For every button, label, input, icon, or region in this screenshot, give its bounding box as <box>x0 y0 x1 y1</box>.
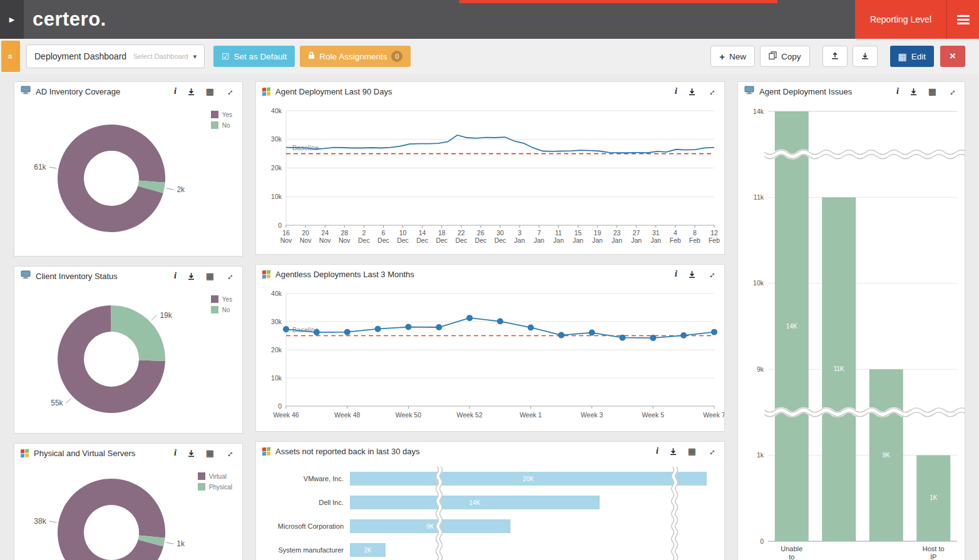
download-icon[interactable] <box>688 270 696 278</box>
expand-icon[interactable]: ↔ <box>707 87 715 96</box>
panel-title: Agent Deployment Issues <box>759 87 852 96</box>
svg-text:0: 0 <box>278 402 282 410</box>
legend-swatch <box>211 295 218 303</box>
svg-text:9K: 9K <box>426 523 434 530</box>
panel-actions: i ▦ ↔ <box>656 447 715 456</box>
panel-title: Physical and Virtual Servers <box>34 449 135 458</box>
table-icon[interactable]: ▦ <box>688 447 696 456</box>
expand-arrows-glyph: ↔ <box>223 447 235 459</box>
panel-client-inventory-status: Client Inventory Status i ▦ ↔ YesNo 55k1… <box>14 266 243 434</box>
download-icon[interactable] <box>910 88 918 96</box>
svg-text:22Dec: 22Dec <box>455 229 467 244</box>
collapse-panel-button[interactable]: « <box>1 41 20 72</box>
panel-body: YesNo 55k19k <box>14 285 242 434</box>
info-icon[interactable]: i <box>675 270 677 278</box>
legend-label: No <box>222 307 230 313</box>
legend-item: Physical <box>198 483 232 491</box>
table-icon[interactable]: ▦ <box>206 272 214 280</box>
expand-icon[interactable]: ↔ <box>225 87 233 96</box>
svg-text:14k: 14k <box>753 108 764 115</box>
check-icon: ☑ <box>222 51 230 61</box>
svg-text:6Dec: 6Dec <box>377 229 389 244</box>
table-icon[interactable]: ▦ <box>928 87 936 96</box>
dashboard-select[interactable]: Deployment Dashboard Select Dashboard ▾ <box>26 44 205 68</box>
expand-arrows-glyph: ↔ <box>223 270 235 282</box>
svg-text:Unable: Unable <box>781 545 802 552</box>
expand-arrows-glyph: ↔ <box>705 85 717 98</box>
copy-label: Copy <box>781 52 801 61</box>
legend-item: No <box>211 121 232 129</box>
client-inventory-donut-chart: 55k19k <box>14 285 242 434</box>
panel-actions: i ▦ ↔ <box>174 272 233 280</box>
info-icon[interactable]: i <box>896 87 899 96</box>
expand-arrows-glyph: ↔ <box>705 268 717 280</box>
expand-icon[interactable]: ↔ <box>947 87 956 96</box>
hamburger-icon <box>957 13 970 26</box>
expand-icon[interactable]: ↔ <box>225 272 233 280</box>
info-icon[interactable]: i <box>174 449 177 457</box>
svg-text:61k: 61k <box>34 163 46 171</box>
dashboard-grid: AD Inventory Coverage i ▦ ↔ YesNo 61k2k … <box>0 74 979 560</box>
panel-assets-not-reported: Assets not reported back in last 30 days… <box>255 441 725 560</box>
legend-label: Virtual <box>209 473 227 480</box>
svg-text:2Dec: 2Dec <box>358 229 370 244</box>
legend-label: Physical <box>209 484 232 491</box>
expand-arrows-glyph: ↔ <box>705 445 717 457</box>
panel-header: Assets not reported back in last 30 days… <box>256 442 724 461</box>
svg-text:12Feb: 12Feb <box>709 229 720 244</box>
info-icon[interactable]: i <box>174 87 177 96</box>
svg-text:20Nov: 20Nov <box>300 229 312 244</box>
reporting-level-button[interactable]: Reporting Level <box>855 0 946 39</box>
set-as-default-button[interactable]: ☑ Set as Default <box>213 46 295 67</box>
close-icon: × <box>950 50 956 63</box>
svg-text:0: 0 <box>760 537 764 545</box>
info-icon[interactable]: i <box>174 272 177 280</box>
expand-icon[interactable]: ↔ <box>707 447 715 456</box>
assets-hbar-chart: VMware, Inc.20KDell Inc.14KMicrosoft Cor… <box>256 461 724 560</box>
import-button[interactable] <box>853 46 878 67</box>
svg-text:0: 0 <box>278 221 282 229</box>
windows-icon <box>262 447 270 456</box>
svg-text:System manufacturer: System manufacturer <box>278 546 344 554</box>
download-icon[interactable] <box>688 88 696 96</box>
chart-legend: VirtualPhysical <box>198 472 232 491</box>
lock-icon <box>308 51 315 61</box>
download-icon[interactable] <box>187 88 195 96</box>
edit-button[interactable]: ▦ Edit <box>890 46 934 67</box>
close-dashboard-button[interactable]: × <box>940 46 965 67</box>
table-icon[interactable]: ▦ <box>206 87 214 96</box>
info-icon[interactable]: i <box>675 87 677 96</box>
svg-text:4Feb: 4Feb <box>670 229 681 244</box>
download-icon[interactable] <box>187 272 195 280</box>
svg-text:3Jan: 3Jan <box>515 229 525 244</box>
download-icon[interactable] <box>669 447 677 456</box>
panel-agent-deployment-90-days: Agent Deployment Last 90 Days i ↔ 010k20… <box>255 81 725 255</box>
menu-button[interactable] <box>946 0 979 39</box>
set-as-default-label: Set as Default <box>234 52 287 61</box>
panel-body: 01k9k10k11k14k14KUnableto11K9K1KHost toI… <box>738 101 965 560</box>
expand-icon[interactable]: ↔ <box>225 449 233 457</box>
svg-text:Week 50: Week 50 <box>396 411 421 419</box>
svg-text:9k: 9k <box>757 365 764 373</box>
export-button[interactable] <box>823 46 848 67</box>
svg-text:10k: 10k <box>271 374 282 382</box>
role-assignments-button[interactable]: Role Assignments 0 <box>300 46 411 67</box>
expand-arrows-glyph: ↔ <box>945 85 958 98</box>
info-icon[interactable]: i <box>656 447 659 456</box>
expand-arrows-glyph: ↔ <box>223 85 235 98</box>
sidebar-toggle-button[interactable]: ▶ <box>0 0 24 39</box>
svg-text:20K: 20K <box>523 476 534 482</box>
svg-text:15Jan: 15Jan <box>573 229 583 244</box>
table-icon[interactable]: ▦ <box>206 449 214 457</box>
new-button[interactable]: + New <box>710 46 755 67</box>
panel-header: Agent Deployment Last 90 Days i ↔ <box>256 82 724 101</box>
grid-icon: ▦ <box>898 52 907 61</box>
svg-text:19Jan: 19Jan <box>592 229 603 244</box>
copy-button[interactable]: Copy <box>760 46 810 67</box>
download-icon[interactable] <box>187 449 195 457</box>
svg-text:20k: 20k <box>271 164 282 171</box>
column-right: Agent Deployment Issues i ▦ ↔ 01k9k10k11… <box>737 81 965 560</box>
svg-text:1k: 1k <box>177 539 185 548</box>
expand-icon[interactable]: ↔ <box>707 270 715 278</box>
upload-icon <box>831 51 839 62</box>
